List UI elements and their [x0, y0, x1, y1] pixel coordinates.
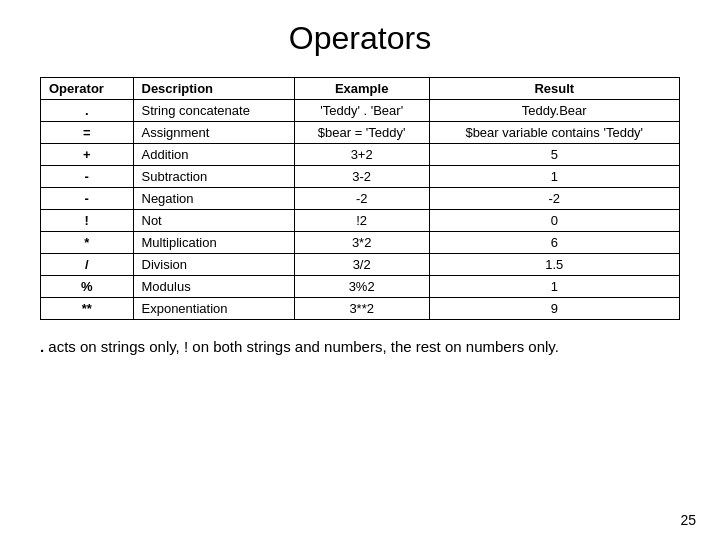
- table-cell: 9: [429, 298, 679, 320]
- operators-table-wrapper: Operator Description Example Result .Str…: [40, 77, 680, 320]
- table-cell: 3-2: [294, 166, 429, 188]
- table-cell: String concatenate: [133, 100, 294, 122]
- table-row: %Modulus3%21: [41, 276, 680, 298]
- table-cell: Subtraction: [133, 166, 294, 188]
- table-cell: Addition: [133, 144, 294, 166]
- table-cell: 1.5: [429, 254, 679, 276]
- table-cell: $bear variable contains 'Teddy': [429, 122, 679, 144]
- col-header-example: Example: [294, 78, 429, 100]
- table-cell: -2: [429, 188, 679, 210]
- footer-text-content: acts on strings only, ! on both strings …: [44, 338, 559, 355]
- table-row: +Addition3+25: [41, 144, 680, 166]
- table-row: **Exponentiation3**29: [41, 298, 680, 320]
- table-cell: 0: [429, 210, 679, 232]
- table-cell: Modulus: [133, 276, 294, 298]
- table-row: !Not!20: [41, 210, 680, 232]
- table-cell: Division: [133, 254, 294, 276]
- table-row: -Negation-2-2: [41, 188, 680, 210]
- col-header-description: Description: [133, 78, 294, 100]
- table-cell: /: [41, 254, 134, 276]
- table-cell: 1: [429, 166, 679, 188]
- table-cell: 6: [429, 232, 679, 254]
- col-header-result: Result: [429, 78, 679, 100]
- page-title: Operators: [40, 20, 680, 57]
- table-row: *Multiplication3*26: [41, 232, 680, 254]
- table-cell: 5: [429, 144, 679, 166]
- table-cell: =: [41, 122, 134, 144]
- table-row: -Subtraction3-21: [41, 166, 680, 188]
- operators-table: Operator Description Example Result .Str…: [40, 77, 680, 320]
- table-cell: -2: [294, 188, 429, 210]
- table-cell: Exponentiation: [133, 298, 294, 320]
- table-cell: 3**2: [294, 298, 429, 320]
- footer-text: . acts on strings only, ! on both string…: [40, 336, 680, 359]
- table-cell: *: [41, 232, 134, 254]
- table-row: =Assignment$bear = 'Teddy'$bear variable…: [41, 122, 680, 144]
- table-cell: 3*2: [294, 232, 429, 254]
- table-cell: %: [41, 276, 134, 298]
- table-cell: **: [41, 298, 134, 320]
- table-cell: $bear = 'Teddy': [294, 122, 429, 144]
- table-cell: !2: [294, 210, 429, 232]
- table-header-row: Operator Description Example Result: [41, 78, 680, 100]
- table-cell: 1: [429, 276, 679, 298]
- table-cell: 3+2: [294, 144, 429, 166]
- table-cell: +: [41, 144, 134, 166]
- page-container: Operators Operator Description Example R…: [0, 0, 720, 540]
- table-cell: Negation: [133, 188, 294, 210]
- table-cell: !: [41, 210, 134, 232]
- table-cell: Assignment: [133, 122, 294, 144]
- table-cell: -: [41, 166, 134, 188]
- table-row: /Division3/21.5: [41, 254, 680, 276]
- table-cell: -: [41, 188, 134, 210]
- table-cell: 3%2: [294, 276, 429, 298]
- table-cell: 3/2: [294, 254, 429, 276]
- table-cell: .: [41, 100, 134, 122]
- table-cell: 'Teddy' . 'Bear': [294, 100, 429, 122]
- table-cell: Not: [133, 210, 294, 232]
- col-header-operator: Operator: [41, 78, 134, 100]
- table-row: .String concatenate'Teddy' . 'Bear'Teddy…: [41, 100, 680, 122]
- page-number: 25: [680, 512, 696, 528]
- table-cell: Multiplication: [133, 232, 294, 254]
- table-cell: Teddy.Bear: [429, 100, 679, 122]
